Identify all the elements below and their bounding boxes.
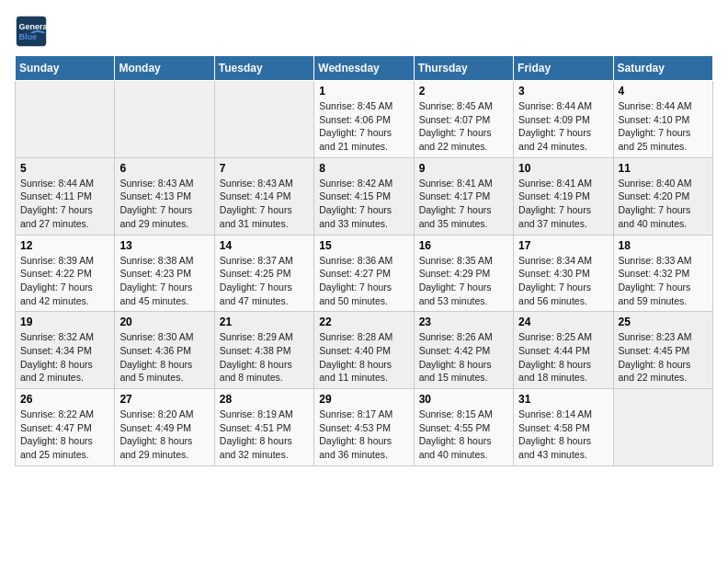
day-number: 23 <box>419 316 508 328</box>
day-number: 13 <box>119 239 209 252</box>
weekday-header-thursday: Thursday <box>414 56 513 81</box>
day-info: Sunrise: 8:30 AMSunset: 4:36 PMDaylight:… <box>119 330 209 385</box>
day-info: Sunrise: 8:44 AMSunset: 4:09 PMDaylight:… <box>518 99 608 154</box>
calendar-week-5: 26Sunrise: 8:22 AMSunset: 4:47 PMDayligh… <box>16 389 713 466</box>
day-number: 30 <box>419 393 508 406</box>
day-number: 15 <box>319 239 408 252</box>
day-number: 27 <box>119 393 209 406</box>
day-number: 29 <box>319 393 408 406</box>
day-number: 7 <box>220 162 309 175</box>
day-info: Sunrise: 8:41 AMSunset: 4:17 PMDaylight:… <box>419 177 508 231</box>
calendar-cell: 5Sunrise: 8:44 AMSunset: 4:11 PMDaylight… <box>16 157 115 235</box>
logo-icon: General Blue <box>15 15 48 48</box>
calendar-cell: 23Sunrise: 8:26 AMSunset: 4:42 PMDayligh… <box>414 312 513 389</box>
calendar-cell <box>613 389 712 466</box>
day-info: Sunrise: 8:39 AMSunset: 4:22 PMDaylight:… <box>20 254 109 308</box>
calendar-week-4: 19Sunrise: 8:32 AMSunset: 4:34 PMDayligh… <box>16 312 713 389</box>
calendar-cell: 6Sunrise: 8:43 AMSunset: 4:13 PMDaylight… <box>115 157 214 235</box>
day-number: 2 <box>419 85 508 98</box>
calendar-week-2: 5Sunrise: 8:44 AMSunset: 4:11 PMDaylight… <box>16 157 713 235</box>
day-number: 20 <box>119 316 209 328</box>
day-info: Sunrise: 8:42 AMSunset: 4:15 PMDaylight:… <box>319 177 408 231</box>
day-number: 5 <box>20 162 109 175</box>
calendar-body: 1Sunrise: 8:45 AMSunset: 4:06 PMDaylight… <box>16 81 713 466</box>
calendar-cell: 24Sunrise: 8:25 AMSunset: 4:44 PMDayligh… <box>514 312 613 389</box>
calendar-cell: 20Sunrise: 8:30 AMSunset: 4:36 PMDayligh… <box>115 312 214 389</box>
weekday-header-friday: Friday <box>514 56 613 81</box>
calendar-cell: 9Sunrise: 8:41 AMSunset: 4:17 PMDaylight… <box>414 157 513 235</box>
calendar-cell: 7Sunrise: 8:43 AMSunset: 4:14 PMDaylight… <box>214 157 313 235</box>
day-number: 3 <box>518 85 608 98</box>
weekday-header-monday: Monday <box>115 56 214 81</box>
day-number: 28 <box>220 393 309 406</box>
logo: General Blue <box>15 15 53 48</box>
calendar-cell: 26Sunrise: 8:22 AMSunset: 4:47 PMDayligh… <box>16 389 115 466</box>
day-number: 10 <box>518 162 608 175</box>
day-info: Sunrise: 8:44 AMSunset: 4:10 PMDaylight:… <box>619 99 708 154</box>
day-info: Sunrise: 8:15 AMSunset: 4:55 PMDaylight:… <box>419 408 508 462</box>
calendar-cell: 4Sunrise: 8:44 AMSunset: 4:10 PMDaylight… <box>613 81 712 158</box>
svg-text:General: General <box>19 22 49 31</box>
day-info: Sunrise: 8:43 AMSunset: 4:13 PMDaylight:… <box>119 177 209 231</box>
day-number: 4 <box>619 85 708 98</box>
day-info: Sunrise: 8:37 AMSunset: 4:25 PMDaylight:… <box>220 254 309 308</box>
day-number: 19 <box>20 316 109 328</box>
day-info: Sunrise: 8:20 AMSunset: 4:49 PMDaylight:… <box>119 408 209 462</box>
header: General Blue <box>15 15 713 48</box>
day-number: 8 <box>319 162 408 175</box>
calendar-week-3: 12Sunrise: 8:39 AMSunset: 4:22 PMDayligh… <box>16 235 713 312</box>
calendar-cell: 21Sunrise: 8:29 AMSunset: 4:38 PMDayligh… <box>214 312 313 389</box>
day-info: Sunrise: 8:32 AMSunset: 4:34 PMDaylight:… <box>20 330 109 385</box>
day-number: 22 <box>319 316 408 328</box>
day-number: 17 <box>518 239 608 252</box>
calendar-header: SundayMondayTuesdayWednesdayThursdayFrid… <box>16 56 713 81</box>
day-info: Sunrise: 8:25 AMSunset: 4:44 PMDaylight:… <box>518 330 608 385</box>
day-number: 31 <box>518 393 608 406</box>
day-info: Sunrise: 8:34 AMSunset: 4:30 PMDaylight:… <box>518 254 608 308</box>
weekday-header-saturday: Saturday <box>613 56 712 81</box>
calendar-cell: 22Sunrise: 8:28 AMSunset: 4:40 PMDayligh… <box>314 312 414 389</box>
calendar-cell: 15Sunrise: 8:36 AMSunset: 4:27 PMDayligh… <box>314 235 414 312</box>
day-info: Sunrise: 8:45 AMSunset: 4:06 PMDaylight:… <box>319 99 408 154</box>
day-info: Sunrise: 8:44 AMSunset: 4:11 PMDaylight:… <box>20 177 109 231</box>
calendar-cell: 27Sunrise: 8:20 AMSunset: 4:49 PMDayligh… <box>115 389 214 466</box>
calendar-cell: 3Sunrise: 8:44 AMSunset: 4:09 PMDaylight… <box>514 81 613 158</box>
calendar-cell: 16Sunrise: 8:35 AMSunset: 4:29 PMDayligh… <box>414 235 513 312</box>
day-info: Sunrise: 8:26 AMSunset: 4:42 PMDaylight:… <box>419 330 508 385</box>
calendar-cell: 25Sunrise: 8:23 AMSunset: 4:45 PMDayligh… <box>613 312 712 389</box>
calendar-cell: 30Sunrise: 8:15 AMSunset: 4:55 PMDayligh… <box>414 389 513 466</box>
day-number: 16 <box>419 239 508 252</box>
calendar-cell: 10Sunrise: 8:41 AMSunset: 4:19 PMDayligh… <box>514 157 613 235</box>
day-number: 12 <box>20 239 109 252</box>
day-info: Sunrise: 8:33 AMSunset: 4:32 PMDaylight:… <box>619 254 708 308</box>
day-info: Sunrise: 8:40 AMSunset: 4:20 PMDaylight:… <box>619 177 708 231</box>
day-number: 26 <box>20 393 109 406</box>
day-number: 25 <box>619 316 708 328</box>
day-info: Sunrise: 8:28 AMSunset: 4:40 PMDaylight:… <box>319 330 408 385</box>
calendar-cell: 14Sunrise: 8:37 AMSunset: 4:25 PMDayligh… <box>214 235 313 312</box>
weekday-header-wednesday: Wednesday <box>314 56 414 81</box>
calendar-cell <box>214 81 313 158</box>
day-info: Sunrise: 8:41 AMSunset: 4:19 PMDaylight:… <box>518 177 608 231</box>
day-number: 1 <box>319 85 408 98</box>
calendar-cell: 18Sunrise: 8:33 AMSunset: 4:32 PMDayligh… <box>613 235 712 312</box>
day-info: Sunrise: 8:17 AMSunset: 4:53 PMDaylight:… <box>319 408 408 462</box>
weekday-header-tuesday: Tuesday <box>214 56 313 81</box>
day-number: 11 <box>619 162 708 175</box>
day-number: 18 <box>619 239 708 252</box>
day-info: Sunrise: 8:23 AMSunset: 4:45 PMDaylight:… <box>619 330 708 385</box>
day-info: Sunrise: 8:38 AMSunset: 4:23 PMDaylight:… <box>119 254 209 308</box>
day-number: 24 <box>518 316 608 328</box>
weekday-header-sunday: Sunday <box>16 56 115 81</box>
calendar-cell: 2Sunrise: 8:45 AMSunset: 4:07 PMDaylight… <box>414 81 513 158</box>
day-info: Sunrise: 8:22 AMSunset: 4:47 PMDaylight:… <box>20 408 109 462</box>
day-info: Sunrise: 8:35 AMSunset: 4:29 PMDaylight:… <box>419 254 508 308</box>
calendar-week-1: 1Sunrise: 8:45 AMSunset: 4:06 PMDaylight… <box>16 81 713 158</box>
calendar-cell: 12Sunrise: 8:39 AMSunset: 4:22 PMDayligh… <box>16 235 115 312</box>
day-number: 14 <box>220 239 309 252</box>
day-info: Sunrise: 8:29 AMSunset: 4:38 PMDaylight:… <box>220 330 309 385</box>
calendar-cell: 29Sunrise: 8:17 AMSunset: 4:53 PMDayligh… <box>314 389 414 466</box>
calendar-cell: 8Sunrise: 8:42 AMSunset: 4:15 PMDaylight… <box>314 157 414 235</box>
calendar-cell: 19Sunrise: 8:32 AMSunset: 4:34 PMDayligh… <box>16 312 115 389</box>
calendar-cell <box>16 81 115 158</box>
